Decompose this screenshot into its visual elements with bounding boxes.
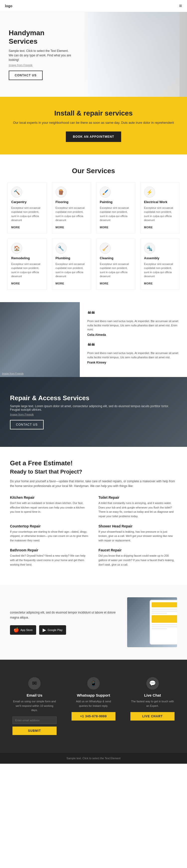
email-input[interactable] (12, 717, 57, 724)
remodeling-text: Excepteur sint occaecat cupidatat non pr… (11, 262, 43, 278)
mockup-line-4 (152, 615, 177, 623)
email-contact-card: ✉ Email Us Email us using our simple for… (7, 672, 62, 740)
testimonial-2-author: Frank Kinney (87, 361, 180, 364)
painting-text: Excepteur sint occaecat cupidatat non pr… (100, 206, 132, 222)
logo: logo (5, 4, 12, 8)
live-chat-description: The fastest way to get in touch with an … (130, 699, 175, 708)
live-chat-button[interactable]: LIVE CHART (130, 712, 175, 720)
remodeling-title: Remodeling (11, 256, 43, 260)
testimonials-section: Image from Freepik ❝❝ Prom sed libero na… (0, 302, 187, 377)
faucet-repair-text: Did you know that a dripping faucet coul… (98, 554, 177, 567)
mockup-line-5 (152, 624, 177, 625)
footer-text: Sample text. Click to select the Text El… (7, 757, 180, 760)
repair-contact-button[interactable]: CONTACT US (10, 420, 44, 429)
email-icon: ✉ (28, 677, 41, 690)
countertop-repair-title: Countertop Repair (10, 524, 89, 528)
submit-button[interactable]: SUBMIT (12, 726, 57, 735)
service-card-carpentry: 🔨 Carpentry Excepteur sint occaecat cupi… (7, 182, 47, 234)
carpentry-more-link[interactable]: MORE (11, 226, 20, 229)
mockup-line-7 (152, 628, 167, 629)
footer: Sample text. Click to select the Text El… (0, 752, 187, 764)
contact-section: ✉ Email Us Email us using our simple for… (0, 660, 187, 752)
remodeling-more-link[interactable]: MORE (11, 282, 20, 285)
toilet-repair-title: Toilet Repair (98, 496, 177, 499)
cleaning-icon: 🧹 (100, 243, 111, 254)
testimonial-1: ❝❝ Prom sed libero nam sed luctus turpis… (87, 311, 180, 337)
assembly-title: Assembly (144, 256, 176, 260)
service-card-cleaning: 🧹 Cleaning Excepteur sint occaecat cupid… (96, 239, 135, 290)
app-store-label: App Store (21, 628, 33, 631)
header: logo ≡ (0, 0, 187, 12)
google-play-icon: ▶ (43, 627, 46, 633)
app-mockup (150, 600, 177, 645)
testimonial-1-author: Celia Almeda (87, 333, 180, 337)
testimonials-image-credit[interactable]: Image from Freepik (2, 372, 24, 375)
estimate-title: Get a Free Estimate! (10, 459, 177, 467)
live-chat-contact-card: 💬 Live Chat The fastest way to get in to… (125, 672, 180, 740)
install-repair-section: Install & repair services Our local expe… (0, 97, 187, 154)
electrical-text: Excepteur sint occaecat cupidatat non pr… (144, 206, 176, 222)
service-card-flooring: 🪵 Flooring Excepteur sint occaecat cupid… (52, 182, 91, 234)
apple-icon: 🍎 (13, 627, 19, 633)
plumbing-icon: 🔧 (56, 243, 67, 254)
assembly-icon: 🔩 (144, 243, 155, 254)
repair-banner-image-credit[interactable]: Image from Freepik (10, 413, 177, 416)
hero-description: Sample text. Click to select the Text El… (9, 49, 71, 62)
service-card-plumbing: 🔧 Plumbing Excepteur sint occaecat cupid… (52, 239, 91, 290)
painting-more-link[interactable]: MORE (100, 226, 108, 229)
hero-contact-button[interactable]: CONTACT US (9, 71, 43, 80)
testimonials-image: Image from Freepik (0, 302, 80, 377)
app-store-button[interactable]: 🍎 App Store (10, 625, 36, 635)
countertop-repair-text: If your countertops are starting to show… (10, 530, 89, 543)
email-title: Email Us (12, 693, 57, 698)
carpentry-text: Excepteur sint occaecat cupidatat non pr… (11, 206, 43, 222)
book-appointment-button[interactable]: BOOK AN APPOINTMENT (66, 131, 121, 142)
bathroom-repair-text: Cracked tile? Drywall holes? Need a new … (10, 554, 89, 567)
install-repair-title: Install & repair services (10, 109, 177, 117)
app-description: consectetur adipiscing elit, sed do eius… (10, 610, 120, 620)
mockup-line-3 (152, 613, 167, 614)
install-repair-description: Our local experts in your neighborhood c… (10, 120, 177, 125)
whatsapp-button[interactable]: +1 345-678-9999 (71, 712, 116, 720)
service-card-remodeling: 🏠 Remodeling Excepteur sint occaecat cup… (7, 239, 47, 290)
testimonial-2-text: Prom sed libero nam sed luctus turpis. A… (87, 351, 180, 359)
cleaning-more-link[interactable]: MORE (100, 282, 108, 285)
toilet-repair-text: A toilet that constantly runs is annoyin… (98, 501, 177, 519)
estimate-kitchen: Kitchen Repair Don't live with an outdat… (10, 496, 89, 519)
plumbing-more-link[interactable]: MORE (56, 282, 64, 285)
hero-image-credit[interactable]: Image from Freepik (9, 64, 71, 67)
hero-title: Handyman Services (9, 29, 71, 45)
google-play-button[interactable]: ▶ Google Play (39, 625, 66, 635)
flooring-more-link[interactable]: MORE (56, 226, 64, 229)
services-grid: 🔨 Carpentry Excepteur sint occaecat cupi… (7, 182, 180, 290)
app-buttons: 🍎 App Store ▶ Google Play (10, 625, 120, 635)
assembly-more-link[interactable]: MORE (144, 282, 153, 285)
live-chat-icon: 💬 (146, 677, 159, 690)
repair-banner-section: Repair & Access Services Sample large te… (0, 377, 187, 447)
hero-content: Handyman Services Sample text. Click to … (0, 19, 80, 90)
estimate-toilet: Toilet Repair A toilet that constantly r… (98, 496, 177, 519)
whatsapp-title: Whatsapp Support (71, 693, 116, 698)
electrical-more-link[interactable]: MORE (144, 226, 153, 229)
carpentry-title: Carpentry (11, 200, 43, 204)
app-section: consectetur adipiscing elit, sed do eius… (0, 585, 187, 660)
service-card-assembly: 🔩 Assembly Excepteur sint occaecat cupid… (141, 239, 180, 290)
app-image (127, 597, 177, 647)
whatsapp-icon: 📱 (87, 677, 100, 690)
plumbing-title: Plumbing (56, 256, 88, 260)
kitchen-repair-text: Don't live with an outdated or broken do… (10, 501, 89, 514)
mockup-header-bar (152, 602, 177, 607)
plumbing-text: Excepteur sint occaecat cupidatat non pr… (56, 262, 88, 278)
kitchen-repair-title: Kitchen Repair (10, 496, 89, 499)
cleaning-title: Cleaning (100, 256, 132, 260)
quote-mark-1: ❝❝ (87, 311, 180, 318)
flooring-icon: 🪵 (56, 187, 67, 197)
live-chat-title: Live Chat (130, 693, 175, 698)
bathroom-repair-title: Bathroom Repair (10, 548, 89, 552)
repair-banner-content: Repair & Access Services Sample large te… (10, 394, 177, 429)
estimate-shower: Shower Head Repair If your showerhead is… (98, 524, 177, 543)
menu-icon[interactable]: ≡ (179, 3, 182, 9)
faucet-repair-title: Faucet Repair (98, 548, 177, 552)
hero-section: Handyman Services Sample text. Click to … (0, 12, 187, 97)
electrical-icon: ⚡ (144, 187, 155, 197)
